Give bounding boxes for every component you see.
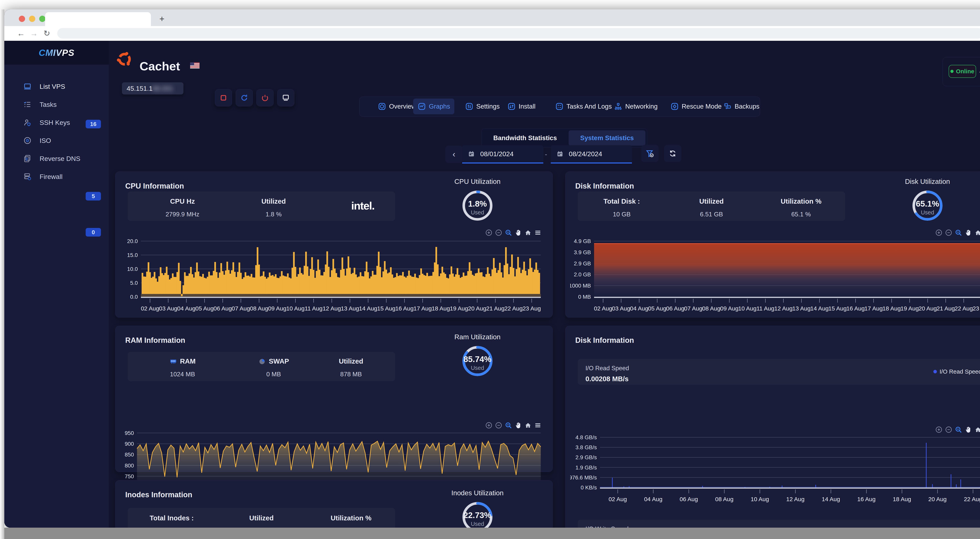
disc-icon — [23, 136, 32, 145]
svg-text:10 Aug: 10 Aug — [738, 305, 756, 312]
sidebar-item-tasks[interactable]: Tasks — [4, 97, 109, 113]
date-start-value: 08/01/2024 — [480, 150, 514, 158]
tab-tasks-and-logs[interactable]: Tasks And Logs — [551, 99, 616, 114]
svg-text:08 Aug: 08 Aug — [250, 305, 268, 312]
refresh-charts-button[interactable] — [664, 145, 681, 162]
disk-usage-chart[interactable]: 0 MB1000 MB2.0 GB2.9 GB3.9 GB4.9 GB02 Au… — [570, 232, 980, 317]
theme-toggle-sun-icon[interactable] — [979, 67, 980, 77]
svg-text:09 Aug: 09 Aug — [720, 305, 738, 312]
stat-label: Utilization % — [309, 514, 393, 522]
svg-text:04 Aug: 04 Aug — [630, 305, 648, 312]
tab-rescue-mode[interactable]: Rescue Mode — [667, 99, 725, 114]
sidebar-item-iso[interactable]: ISO 0 — [4, 132, 109, 149]
tab-settings[interactable]: Settings — [461, 99, 504, 114]
restart-vps-button[interactable] — [235, 89, 253, 107]
cpu-chart[interactable]: 0.05.010.015.020.002 Aug03 Aug04 Aug05 A… — [124, 232, 546, 317]
filter-check-icon — [645, 149, 655, 158]
sidebar-item-label: SSH Keys — [40, 119, 70, 126]
stat-value: 878 MB — [309, 370, 393, 378]
overview-icon — [378, 102, 386, 111]
date-prev-button[interactable]: ‹ — [445, 146, 463, 163]
svg-text:08 Aug: 08 Aug — [715, 496, 733, 502]
gauge-ring: 65.1% Used — [911, 189, 944, 222]
date-separator: - — [545, 151, 547, 158]
stat-value: 65.1 % — [759, 211, 843, 218]
io-read-chart[interactable]: 0 KB/s976.6 MB/s1.9 GB/s2.9 GB/s3.8 GB/s… — [570, 429, 980, 512]
stat-cpu-utilized: Utilized 1.8 % — [231, 197, 316, 218]
svg-text:750: 750 — [125, 473, 134, 479]
stat-label: SWAP — [269, 357, 289, 365]
subtab-bandwidth-statistics[interactable]: Bandwidth Statistics — [482, 130, 569, 146]
tab-networking[interactable]: Networking — [610, 99, 662, 114]
svg-text:03 Aug: 03 Aug — [612, 305, 630, 312]
tab-label: Overview — [389, 103, 416, 110]
traffic-zoom-icon[interactable] — [39, 16, 46, 22]
tab-backups[interactable]: Backups — [719, 99, 764, 114]
stat-value: 0 MB — [231, 370, 316, 378]
tab-graphs[interactable]: Graphs — [413, 99, 454, 114]
ip-address-chip[interactable]: 45.151.1 68.201 — [122, 82, 183, 94]
back-icon[interactable]: ← — [16, 29, 25, 38]
sidebar-item-list-vps[interactable]: List VPS 16 — [4, 78, 109, 94]
apply-filter-button[interactable] — [641, 145, 659, 162]
traffic-minimize-icon[interactable] — [29, 16, 35, 22]
new-tab-icon[interactable]: + — [158, 14, 166, 23]
sidebar-item-firewall[interactable]: Firewall — [4, 169, 109, 184]
stat-ram: RAM 1024 MB — [140, 357, 224, 378]
subtab-system-statistics[interactable]: System Statistics — [569, 130, 646, 146]
disk-gauge: Disk Utilization 65.1% Used — [898, 178, 957, 222]
console-button[interactable] — [277, 89, 294, 107]
stat-label: Utilized — [231, 197, 316, 205]
inodes-gauge: Inodes Utilization 22.73% Used — [448, 489, 507, 528]
stat-label: Utilized — [220, 514, 304, 522]
subtab-label: Bandwidth Statistics — [493, 134, 557, 142]
forward-icon[interactable]: → — [29, 29, 38, 38]
svg-text:0 MB: 0 MB — [578, 294, 591, 300]
inodes-information-card: Inodes Information Inodes Utilization 22… — [115, 480, 553, 528]
console-icon — [282, 94, 290, 102]
card-title: Disk Information — [575, 182, 634, 190]
sidebar-badge: 5 — [86, 192, 101, 200]
ram-icon — [169, 357, 177, 365]
svg-text:21 Aug: 21 Aug — [486, 305, 504, 312]
sidebar-item-reverse-dns[interactable]: Reverse DNS — [4, 151, 109, 167]
window-shadow-left — [0, 10, 4, 539]
sidebar-logo[interactable]: CMIVPS — [4, 41, 109, 65]
sidebar-item-ssh-keys[interactable]: SSH Keys 5 — [4, 114, 109, 130]
svg-text:14 Aug: 14 Aug — [359, 305, 377, 312]
date-end-input[interactable]: 08/24/2024 — [551, 145, 632, 164]
svg-text:13 Aug: 13 Aug — [341, 305, 359, 312]
sidebar: CMIVPS List VPS 16 Tasks SSH Keys 5 ISO … — [4, 41, 109, 528]
app-root: CMIVPS List VPS 16 Tasks SSH Keys 5 ISO … — [4, 41, 980, 528]
stat-label: Utilized — [309, 357, 393, 365]
svg-text:04 Aug: 04 Aug — [644, 496, 662, 502]
browser-tab[interactable] — [45, 12, 151, 26]
svg-text:02 Aug: 02 Aug — [594, 305, 612, 312]
stat-label: Utilized — [669, 197, 754, 205]
legend-dot-icon — [933, 370, 937, 374]
io-read-box: I/O Read Speed 0.00208 MB/s I/O Read Spe… — [578, 359, 980, 385]
sidebar-badge: 0 — [86, 228, 101, 237]
reload-icon[interactable]: ↻ — [42, 29, 51, 38]
svg-text:18 Aug: 18 Aug — [882, 305, 900, 312]
svg-text:15 Aug: 15 Aug — [828, 305, 846, 312]
svg-text:06 Aug: 06 Aug — [214, 305, 232, 312]
traffic-close-icon[interactable] — [19, 16, 25, 22]
address-bar[interactable] — [57, 28, 980, 39]
svg-text:16 Aug: 16 Aug — [395, 305, 414, 312]
disk-io-card: Disk Information I/O Read Speed 0.00208 … — [565, 326, 980, 528]
tab-install[interactable]: Install — [503, 99, 539, 114]
graphs-icon — [417, 102, 426, 111]
svg-text:07 Aug: 07 Aug — [232, 305, 250, 312]
stat-label: Total Inodes : — [130, 514, 214, 522]
subtab-label: System Statistics — [580, 134, 634, 142]
io-read-legend[interactable]: I/O Read Speed — [933, 368, 980, 375]
power-off-button[interactable] — [256, 89, 274, 107]
online-dot-icon — [950, 70, 953, 73]
date-start-input[interactable]: 08/01/2024 — [462, 145, 543, 164]
svg-text:5.0: 5.0 — [130, 280, 138, 286]
svg-text:09 Aug: 09 Aug — [268, 305, 286, 312]
svg-text:02 Aug: 02 Aug — [609, 496, 627, 502]
stop-vps-button[interactable] — [215, 89, 232, 107]
legend-label: I/O Read Speed — [940, 368, 980, 375]
